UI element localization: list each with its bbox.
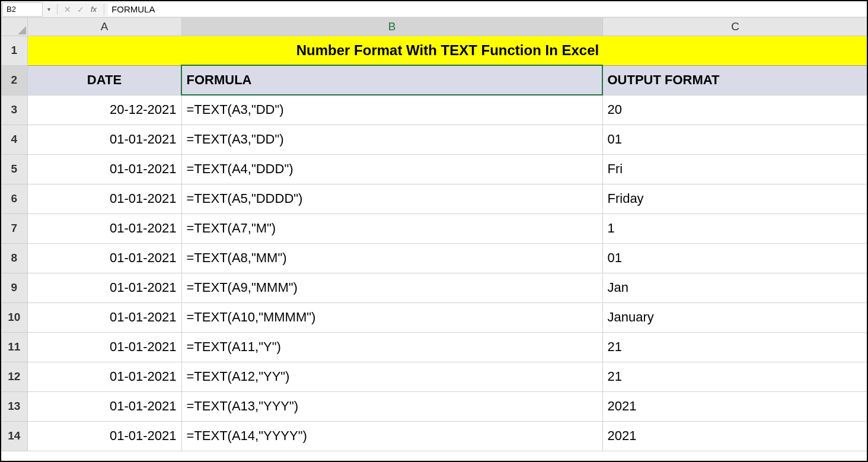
row-header-13[interactable]: 13: [1, 391, 27, 421]
cell-A9[interactable]: 01-01-2021: [27, 273, 181, 302]
cell-A11[interactable]: 01-01-2021: [27, 332, 181, 362]
cell-B13[interactable]: =TEXT(A13,"YYY"): [181, 391, 602, 421]
cell-B14[interactable]: =TEXT(A14,"YYYY"): [181, 421, 602, 451]
cell-B6[interactable]: =TEXT(A5,"DDDD"): [181, 184, 602, 214]
cell-B9[interactable]: =TEXT(A9,"MMM"): [181, 273, 602, 302]
cell-C6[interactable]: Friday: [602, 184, 867, 214]
fx-icon[interactable]: fx: [91, 5, 97, 14]
cell-B2[interactable]: FORMULA: [181, 65, 602, 95]
cell-A14[interactable]: 01-01-2021: [27, 421, 181, 451]
row-header-11[interactable]: 11: [1, 332, 27, 362]
separator: [104, 4, 104, 15]
row-header-9[interactable]: 9: [1, 273, 27, 302]
cell-A2[interactable]: DATE: [27, 65, 181, 95]
cell-B8[interactable]: =TEXT(A8,"MM"): [181, 243, 602, 273]
cell-B3[interactable]: =TEXT(A3,"DD"): [181, 95, 602, 125]
cell-A4[interactable]: 01-01-2021: [27, 125, 181, 154]
row-header-7[interactable]: 7: [1, 214, 27, 243]
cell-C8[interactable]: 01: [602, 243, 867, 273]
cell-C11[interactable]: 21: [602, 332, 867, 362]
separator: [57, 4, 58, 15]
cell-A8[interactable]: 01-01-2021: [27, 243, 181, 273]
row-header-4[interactable]: 4: [1, 125, 27, 154]
cell-A13[interactable]: 01-01-2021: [27, 391, 181, 421]
cell-C5[interactable]: Fri: [602, 154, 867, 184]
row-header-12[interactable]: 12: [1, 362, 27, 391]
cell-B12[interactable]: =TEXT(A12,"YY"): [181, 362, 602, 391]
cell-C14[interactable]: 2021: [602, 421, 867, 451]
spreadsheet-grid[interactable]: A B C 1 Number Format With TEXT Function…: [1, 18, 867, 451]
cancel-icon[interactable]: ✕: [61, 3, 74, 16]
formula-bar: B2 ▾ ✕ ✓ fx: [1, 1, 867, 18]
cell-A10[interactable]: 01-01-2021: [27, 302, 181, 332]
confirm-icon[interactable]: ✓: [74, 3, 87, 16]
name-box-value: B2: [7, 5, 16, 14]
row-header-2[interactable]: 2: [1, 65, 27, 95]
cell-B4[interactable]: =TEXT(A3,"DD"): [181, 125, 602, 154]
cell-A12[interactable]: 01-01-2021: [27, 362, 181, 391]
cell-B10[interactable]: =TEXT(A10,"MMMM"): [181, 302, 602, 332]
cell-C10[interactable]: January: [602, 302, 867, 332]
row-header-3[interactable]: 3: [1, 95, 27, 125]
cell-A5[interactable]: 01-01-2021: [27, 154, 181, 184]
row-header-6[interactable]: 6: [1, 184, 27, 214]
cell-C13[interactable]: 2021: [602, 391, 867, 421]
cell-C3[interactable]: 20: [602, 95, 867, 125]
name-box[interactable]: B2: [2, 2, 43, 17]
cell-A7[interactable]: 01-01-2021: [27, 214, 181, 243]
cell-C12[interactable]: 21: [602, 362, 867, 391]
cell-A6[interactable]: 01-01-2021: [27, 184, 181, 214]
row-header-1[interactable]: 1: [1, 36, 27, 65]
formula-input[interactable]: [108, 3, 867, 16]
row-header-8[interactable]: 8: [1, 243, 27, 273]
cell-C7[interactable]: 1: [602, 214, 867, 243]
col-header-C[interactable]: C: [602, 18, 867, 36]
row-header-5[interactable]: 5: [1, 154, 27, 184]
row-header-10[interactable]: 10: [1, 302, 27, 332]
sheet-area: A B C 1 Number Format With TEXT Function…: [1, 18, 867, 461]
col-header-B[interactable]: B: [181, 18, 602, 36]
col-header-A[interactable]: A: [27, 18, 181, 36]
row-header-14[interactable]: 14: [1, 421, 27, 451]
cell-C2[interactable]: OUTPUT FORMAT: [602, 65, 867, 95]
title-cell[interactable]: Number Format With TEXT Function In Exce…: [27, 36, 867, 65]
cell-A3[interactable]: 20-12-2021: [27, 95, 181, 125]
cell-C4[interactable]: 01: [602, 125, 867, 154]
cell-B5[interactable]: =TEXT(A4,"DDD"): [181, 154, 602, 184]
cell-B7[interactable]: =TEXT(A7,"M"): [181, 214, 602, 243]
cell-C9[interactable]: Jan: [602, 273, 867, 302]
select-all-corner[interactable]: [1, 18, 27, 36]
cell-B11[interactable]: =TEXT(A11,"Y"): [181, 332, 602, 362]
excel-window: B2 ▾ ✕ ✓ fx A B C 1 Number Forma: [0, 0, 868, 462]
name-box-dropdown-icon[interactable]: ▾: [44, 6, 53, 12]
